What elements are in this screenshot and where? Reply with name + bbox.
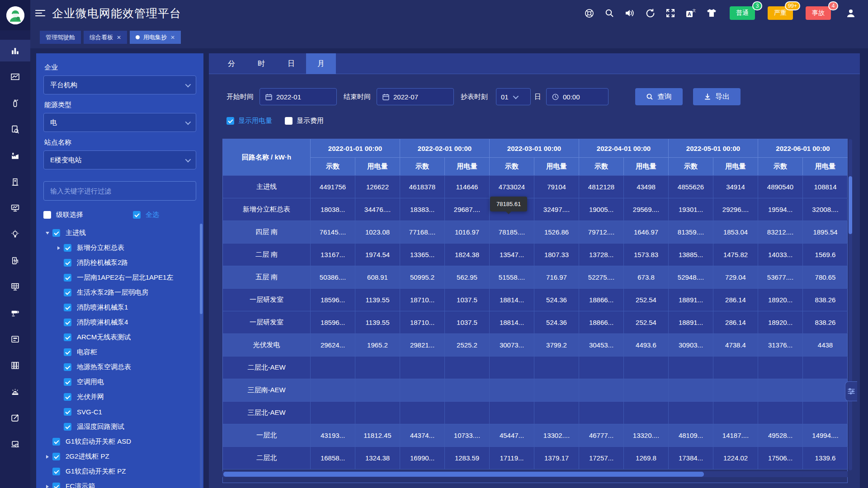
company-select[interactable]: 平台机构 [43, 75, 196, 94]
page-tab[interactable]: 综合看板✕ [84, 31, 127, 44]
rail-item-factory[interactable] [0, 145, 30, 166]
tree-checkbox[interactable] [64, 274, 71, 282]
meter-day-select[interactable]: 01 [496, 88, 531, 105]
tree-item[interactable]: 消防喷淋机械泵1 [43, 300, 196, 315]
rail-item-trend-chart[interactable] [0, 66, 30, 88]
search-icon[interactable] [604, 8, 614, 18]
meter-time-input[interactable]: 00:00 [546, 88, 609, 105]
tree-item[interactable]: 地源热泵空调总表 [43, 360, 196, 375]
rail-item-building-medical[interactable] [0, 171, 30, 192]
rail-item-solar-panel[interactable] [0, 276, 30, 297]
table-row[interactable]: 二层北-AEW [223, 357, 847, 379]
select-all-checkbox[interactable] [133, 211, 141, 219]
tree-checkbox[interactable] [64, 244, 71, 252]
alarm-button-severe[interactable]: 严重99+ [768, 6, 793, 20]
tree-checkbox[interactable] [64, 423, 71, 431]
refresh-icon[interactable] [645, 8, 656, 19]
table-row[interactable]: 二层 南13167...1974.5413365...1824.3813547.… [223, 244, 847, 266]
export-button[interactable]: 导出 [693, 88, 741, 105]
end-date-input[interactable]: 2022-07 [377, 88, 454, 105]
rail-item-bulb[interactable] [0, 223, 30, 245]
tree-item[interactable]: 电容柜 [43, 345, 196, 360]
rail-item-document-search[interactable] [0, 118, 30, 140]
tree-item[interactable]: 新增分立柜总表 [43, 240, 196, 255]
table-row[interactable]: 一层北43193...11812.4544374...10733....4544… [223, 424, 847, 447]
period-tab[interactable]: 时 [246, 53, 276, 74]
vscroll-thumb[interactable] [849, 176, 852, 234]
horizontal-scrollbar[interactable] [222, 471, 848, 477]
table-row[interactable]: 一层研发室18596...1139.5518710...1037.518814.… [223, 311, 847, 334]
tree-checkbox[interactable] [52, 438, 60, 446]
hscroll-thumb[interactable] [223, 472, 704, 477]
fullscreen-icon[interactable] [665, 8, 675, 18]
help-icon[interactable] [584, 8, 594, 19]
rail-item-camera[interactable] [0, 302, 30, 324]
table-row[interactable]: 主进线4491756126622461837811464647330247910… [223, 176, 847, 198]
tree-checkbox[interactable] [64, 333, 71, 341]
close-icon[interactable]: ✕ [170, 35, 175, 40]
tree-item[interactable]: FC演示箱 [43, 479, 196, 488]
rail-item-archive[interactable] [0, 354, 30, 376]
table-row[interactable]: 五层 南50386....608.9150995.2562.9551558...… [223, 266, 847, 289]
table-row[interactable]: 三层南-AEW [223, 379, 847, 402]
tree-checkbox[interactable] [64, 348, 71, 356]
tree-item[interactable]: 温湿度回路测试 [43, 419, 196, 434]
tree-checkbox[interactable] [52, 453, 60, 460]
user-icon[interactable] [845, 8, 856, 19]
period-tab[interactable]: 月 [306, 53, 336, 74]
caret-down-icon[interactable] [43, 229, 52, 237]
tree-item[interactable]: 空调用电 [43, 375, 196, 389]
close-icon[interactable]: ✕ [117, 35, 121, 40]
rail-item-fire-extinguisher[interactable] [0, 92, 30, 114]
tree-checkbox[interactable] [64, 304, 71, 311]
tree-filter-input[interactable] [50, 187, 189, 195]
tree-item[interactable]: 消防栓机械泵2路 [43, 255, 196, 270]
tree-checkbox[interactable] [52, 468, 60, 475]
app-logo[interactable] [6, 6, 24, 24]
alarm-button-normal[interactable]: 普通3 [730, 6, 755, 20]
tree-checkbox[interactable] [64, 408, 71, 416]
rail-item-alarm-siren[interactable] [0, 380, 30, 402]
caret-right-icon[interactable] [43, 483, 52, 488]
period-tab[interactable]: 分 [217, 53, 246, 74]
start-date-input[interactable]: 2022-01 [259, 88, 337, 105]
table-row[interactable]: 新增分立柜总表18038...34476....18383...29687...… [223, 198, 847, 221]
tree-scrollbar[interactable] [200, 224, 203, 488]
period-tab[interactable]: 日 [276, 53, 306, 74]
show-cost-checkbox[interactable] [285, 117, 292, 125]
select-all-label[interactable]: 全选 [146, 211, 159, 219]
table-row[interactable]: 一层研发室18596...1139.5518710...1037.518814.… [223, 289, 847, 311]
tree-item[interactable]: SVG-C1 [43, 404, 196, 419]
caret-right-icon[interactable] [55, 244, 63, 252]
tree-checkbox[interactable] [64, 289, 71, 296]
tree-item[interactable]: 一层南1APE2右一层北1APE1左 [43, 270, 196, 285]
tree-item[interactable]: ARCM无线表测试 [43, 330, 196, 345]
tree-item[interactable]: 光伏并网 [43, 389, 196, 404]
tree-item[interactable]: G1软启动开关柜 ASD [43, 434, 196, 449]
tree-item[interactable]: 消防喷淋机械泵4 [43, 315, 196, 330]
page-tab[interactable]: 管理驾驶舱 [40, 31, 81, 44]
table-row[interactable]: 光伏发电29624...1965.229821...2525.230073...… [223, 334, 847, 357]
rail-item-dashboard-bars[interactable] [0, 40, 30, 61]
table-row[interactable]: 二层北16858...1324.3816990...1283.5917119..… [223, 447, 847, 469]
query-button[interactable]: 查询 [635, 88, 683, 105]
energy-type-select[interactable]: 电 [43, 113, 196, 132]
tree-checkbox[interactable] [52, 229, 60, 237]
tree-checkbox[interactable] [64, 319, 71, 326]
tree-checkbox[interactable] [64, 393, 71, 401]
sound-icon[interactable] [624, 8, 635, 18]
panel-drag-handle[interactable] [845, 381, 857, 401]
table-row[interactable]: 三层北-AEW [223, 402, 847, 424]
rail-item-meter[interactable] [0, 328, 30, 350]
vertical-scrollbar[interactable] [849, 139, 852, 470]
rail-item-monitor-chart[interactable] [0, 197, 30, 219]
tree-checkbox[interactable] [64, 363, 71, 371]
tree-checkbox[interactable] [52, 483, 60, 488]
rail-item-laptop-settings[interactable] [0, 433, 30, 455]
station-select[interactable]: E楼变电站 [43, 150, 196, 169]
table-row[interactable]: 四层 南76145....1023.0877168....1016.977818… [223, 221, 847, 244]
sidebar-collapse-icon[interactable] [35, 9, 47, 18]
tree-item[interactable]: G1软启动开关柜 PZ [43, 464, 196, 479]
show-energy-checkbox[interactable] [226, 117, 234, 125]
tree-checkbox[interactable] [64, 378, 71, 386]
